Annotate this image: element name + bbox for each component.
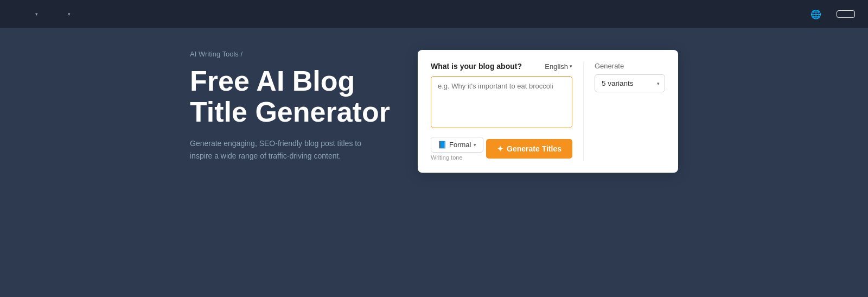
nav-our-data[interactable]: [47, 11, 58, 17]
hero-section: AI Writing Tools / Free AI Blog Title Ge…: [190, 50, 391, 162]
nav-tools[interactable]: ▾: [28, 8, 43, 20]
language-value: English: [545, 62, 568, 71]
tool-header: What is your blog about? English ▾: [431, 62, 572, 71]
nav-links: ▾ ▾: [28, 8, 810, 20]
nav-enterprise[interactable]: [93, 11, 104, 17]
variants-wrapper: 1 variant3 variants5 variants10 variants…: [595, 74, 665, 92]
generate-panel: Generate 1 variant3 variants5 variants10…: [584, 62, 665, 161]
chevron-down-icon: ▾: [570, 64, 572, 69]
tone-area: 📘 Formal ▾ Writing tone: [431, 137, 483, 161]
chevron-down-icon: ▾: [474, 142, 476, 148]
tone-sublabel: Writing tone: [431, 154, 483, 161]
tone-icon: 📘: [438, 141, 446, 149]
tone-label: Formal: [449, 141, 471, 149]
variants-select[interactable]: 1 variant3 variants5 variants10 variants: [595, 74, 665, 92]
breadcrumb: AI Writing Tools /: [190, 50, 391, 58]
main-content: AI Writing Tools / Free AI Blog Title Ge…: [0, 28, 868, 297]
navbar: ▾ ▾ 🌐: [0, 0, 868, 28]
hero-description: Generate engaging, SEO-friendly blog pos…: [190, 137, 363, 162]
blog-label: What is your blog about?: [431, 62, 522, 71]
generate-button[interactable]: ✦ Generate Titles: [486, 139, 572, 159]
language-selector[interactable]: English ▾: [545, 62, 572, 71]
sparkle-icon: ✦: [497, 144, 503, 153]
page-title: Free AI Blog Title Generator: [190, 66, 391, 128]
nav-pricing[interactable]: [79, 11, 90, 17]
nav-resources[interactable]: ▾: [61, 8, 76, 20]
signup-button[interactable]: [837, 10, 855, 18]
tool-footer: 📘 Formal ▾ Writing tone ✦ Generate Title…: [431, 137, 572, 161]
generate-label: Generate: [595, 62, 665, 70]
input-section: What is your blog about? English ▾ 📘: [431, 62, 584, 161]
nav-right: 🌐: [810, 9, 855, 20]
globe-icon[interactable]: 🌐: [810, 9, 821, 20]
blog-input[interactable]: [431, 76, 572, 128]
tone-selector[interactable]: 📘 Formal ▾: [431, 137, 483, 153]
tool-card: What is your blog about? English ▾ 📘: [418, 50, 678, 173]
generate-btn-label: Generate Titles: [507, 144, 561, 153]
chevron-down-icon: ▾: [35, 11, 38, 17]
chevron-down-icon: ▾: [68, 11, 71, 17]
